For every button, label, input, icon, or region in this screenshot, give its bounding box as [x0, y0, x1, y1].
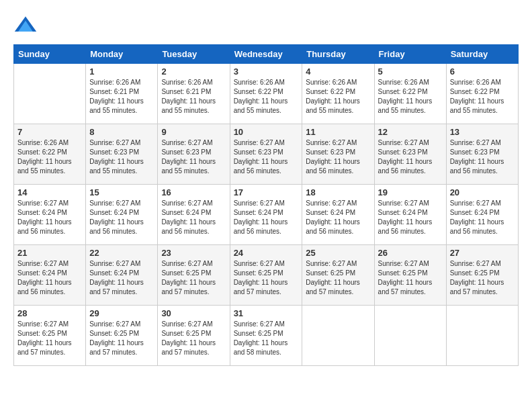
- calendar-cell: 7Sunrise: 6:26 AMSunset: 6:22 PMDaylight…: [14, 124, 86, 185]
- calendar-cell: 28Sunrise: 6:27 AMSunset: 6:25 PMDayligh…: [14, 306, 86, 366]
- header-monday: Monday: [86, 45, 158, 64]
- header-thursday: Thursday: [302, 45, 374, 64]
- day-number: 9: [161, 127, 226, 137]
- week-row-2: 7Sunrise: 6:26 AMSunset: 6:22 PMDaylight…: [14, 124, 519, 185]
- day-number: 20: [450, 187, 515, 197]
- day-info: Sunrise: 6:27 AMSunset: 6:25 PMDaylight:…: [161, 259, 226, 297]
- calendar-cell: 15Sunrise: 6:27 AMSunset: 6:24 PMDayligh…: [86, 185, 158, 245]
- header-tuesday: Tuesday: [158, 45, 230, 64]
- day-info: Sunrise: 6:26 AMSunset: 6:22 PMDaylight:…: [378, 78, 443, 116]
- day-info: Sunrise: 6:27 AMSunset: 6:23 PMDaylight:…: [378, 138, 443, 176]
- calendar-cell: 19Sunrise: 6:27 AMSunset: 6:24 PMDayligh…: [374, 185, 446, 245]
- day-number: 6: [450, 66, 515, 77]
- calendar-cell: 13Sunrise: 6:27 AMSunset: 6:23 PMDayligh…: [446, 124, 518, 185]
- day-number: 18: [306, 187, 370, 197]
- day-info: Sunrise: 6:27 AMSunset: 6:23 PMDaylight:…: [161, 138, 226, 176]
- calendar-cell: 2Sunrise: 6:26 AMSunset: 6:21 PMDaylight…: [158, 64, 230, 124]
- day-number: 21: [17, 248, 82, 258]
- calendar-cell: [14, 64, 86, 124]
- week-row-4: 21Sunrise: 6:27 AMSunset: 6:24 PMDayligh…: [14, 245, 519, 306]
- calendar-cell: 12Sunrise: 6:27 AMSunset: 6:23 PMDayligh…: [374, 124, 446, 185]
- day-info: Sunrise: 6:27 AMSunset: 6:24 PMDaylight:…: [89, 199, 154, 236]
- day-info: Sunrise: 6:27 AMSunset: 6:24 PMDaylight:…: [450, 199, 515, 236]
- day-number: 28: [17, 308, 82, 318]
- calendar-cell: 4Sunrise: 6:26 AMSunset: 6:22 PMDaylight…: [302, 64, 374, 124]
- day-info: Sunrise: 6:27 AMSunset: 6:24 PMDaylight:…: [17, 259, 82, 297]
- day-number: 13: [450, 127, 515, 137]
- day-number: 26: [378, 248, 443, 258]
- calendar-cell: 24Sunrise: 6:27 AMSunset: 6:25 PMDayligh…: [230, 245, 302, 306]
- calendar-cell: 14Sunrise: 6:27 AMSunset: 6:24 PMDayligh…: [14, 185, 86, 245]
- day-info: Sunrise: 6:27 AMSunset: 6:23 PMDaylight:…: [306, 138, 370, 176]
- day-info: Sunrise: 6:27 AMSunset: 6:25 PMDaylight:…: [378, 259, 443, 297]
- calendar-cell: 10Sunrise: 6:27 AMSunset: 6:23 PMDayligh…: [230, 124, 302, 185]
- day-number: 24: [234, 248, 299, 258]
- day-info: Sunrise: 6:27 AMSunset: 6:23 PMDaylight:…: [89, 138, 154, 176]
- week-row-5: 28Sunrise: 6:27 AMSunset: 6:25 PMDayligh…: [14, 306, 519, 366]
- day-number: 10: [234, 127, 299, 137]
- day-info: Sunrise: 6:27 AMSunset: 6:25 PMDaylight:…: [17, 320, 82, 357]
- day-number: 4: [306, 66, 370, 77]
- day-info: Sunrise: 6:27 AMSunset: 6:23 PMDaylight:…: [234, 138, 299, 176]
- calendar-header-row: SundayMondayTuesdayWednesdayThursdayFrid…: [14, 45, 519, 64]
- day-info: Sunrise: 6:26 AMSunset: 6:22 PMDaylight:…: [17, 138, 82, 176]
- day-number: 7: [17, 127, 82, 137]
- day-info: Sunrise: 6:26 AMSunset: 6:21 PMDaylight:…: [161, 78, 226, 116]
- calendar-cell: 17Sunrise: 6:27 AMSunset: 6:24 PMDayligh…: [230, 185, 302, 245]
- calendar-cell: 11Sunrise: 6:27 AMSunset: 6:23 PMDayligh…: [302, 124, 374, 185]
- calendar-cell: 5Sunrise: 6:26 AMSunset: 6:22 PMDaylight…: [374, 64, 446, 124]
- day-info: Sunrise: 6:26 AMSunset: 6:22 PMDaylight:…: [306, 78, 370, 116]
- day-number: 14: [17, 187, 82, 197]
- logo: [13, 13, 40, 38]
- day-info: Sunrise: 6:27 AMSunset: 6:25 PMDaylight:…: [234, 320, 299, 357]
- day-number: 27: [450, 248, 515, 258]
- week-row-3: 14Sunrise: 6:27 AMSunset: 6:24 PMDayligh…: [14, 185, 519, 245]
- calendar-cell: 26Sunrise: 6:27 AMSunset: 6:25 PMDayligh…: [374, 245, 446, 306]
- header-wednesday: Wednesday: [230, 45, 302, 64]
- week-row-1: 1Sunrise: 6:26 AMSunset: 6:21 PMDaylight…: [14, 64, 519, 124]
- day-number: 30: [161, 308, 226, 318]
- day-number: 25: [306, 248, 370, 258]
- day-number: 8: [89, 127, 154, 137]
- day-number: 2: [161, 66, 226, 77]
- calendar-cell: 30Sunrise: 6:27 AMSunset: 6:25 PMDayligh…: [158, 306, 230, 366]
- day-info: Sunrise: 6:27 AMSunset: 6:25 PMDaylight:…: [161, 320, 226, 357]
- day-info: Sunrise: 6:27 AMSunset: 6:25 PMDaylight:…: [234, 259, 299, 297]
- page-header: [13, 13, 519, 38]
- header-saturday: Saturday: [446, 45, 518, 64]
- day-info: Sunrise: 6:27 AMSunset: 6:25 PMDaylight:…: [306, 259, 370, 297]
- calendar-cell: 1Sunrise: 6:26 AMSunset: 6:21 PMDaylight…: [86, 64, 158, 124]
- calendar-cell: [302, 306, 374, 366]
- day-info: Sunrise: 6:27 AMSunset: 6:24 PMDaylight:…: [161, 199, 226, 236]
- calendar-cell: 21Sunrise: 6:27 AMSunset: 6:24 PMDayligh…: [14, 245, 86, 306]
- day-info: Sunrise: 6:27 AMSunset: 6:23 PMDaylight:…: [450, 138, 515, 176]
- day-info: Sunrise: 6:27 AMSunset: 6:24 PMDaylight:…: [89, 259, 154, 297]
- day-number: 3: [234, 66, 299, 77]
- day-number: 31: [234, 308, 299, 318]
- calendar-table: SundayMondayTuesdayWednesdayThursdayFrid…: [13, 44, 519, 366]
- day-number: 5: [378, 66, 443, 77]
- calendar-cell: 9Sunrise: 6:27 AMSunset: 6:23 PMDaylight…: [158, 124, 230, 185]
- logo-icon: [13, 13, 38, 38]
- day-info: Sunrise: 6:27 AMSunset: 6:24 PMDaylight:…: [306, 199, 370, 236]
- day-info: Sunrise: 6:27 AMSunset: 6:24 PMDaylight:…: [378, 199, 443, 236]
- day-number: 17: [234, 187, 299, 197]
- day-number: 23: [161, 248, 226, 258]
- calendar-cell: 6Sunrise: 6:26 AMSunset: 6:22 PMDaylight…: [446, 64, 518, 124]
- calendar-cell: 23Sunrise: 6:27 AMSunset: 6:25 PMDayligh…: [158, 245, 230, 306]
- day-info: Sunrise: 6:26 AMSunset: 6:21 PMDaylight:…: [89, 78, 154, 116]
- calendar-cell: 3Sunrise: 6:26 AMSunset: 6:22 PMDaylight…: [230, 64, 302, 124]
- day-number: 15: [89, 187, 154, 197]
- calendar-cell: 27Sunrise: 6:27 AMSunset: 6:25 PMDayligh…: [446, 245, 518, 306]
- day-number: 16: [161, 187, 226, 197]
- calendar-cell: 16Sunrise: 6:27 AMSunset: 6:24 PMDayligh…: [158, 185, 230, 245]
- day-info: Sunrise: 6:26 AMSunset: 6:22 PMDaylight:…: [450, 78, 515, 116]
- day-number: 29: [89, 308, 154, 318]
- calendar-cell: 31Sunrise: 6:27 AMSunset: 6:25 PMDayligh…: [230, 306, 302, 366]
- day-number: 1: [89, 66, 154, 77]
- calendar-cell: 20Sunrise: 6:27 AMSunset: 6:24 PMDayligh…: [446, 185, 518, 245]
- day-info: Sunrise: 6:27 AMSunset: 6:24 PMDaylight:…: [17, 199, 82, 236]
- day-number: 11: [306, 127, 370, 137]
- header-sunday: Sunday: [14, 45, 86, 64]
- day-number: 19: [378, 187, 443, 197]
